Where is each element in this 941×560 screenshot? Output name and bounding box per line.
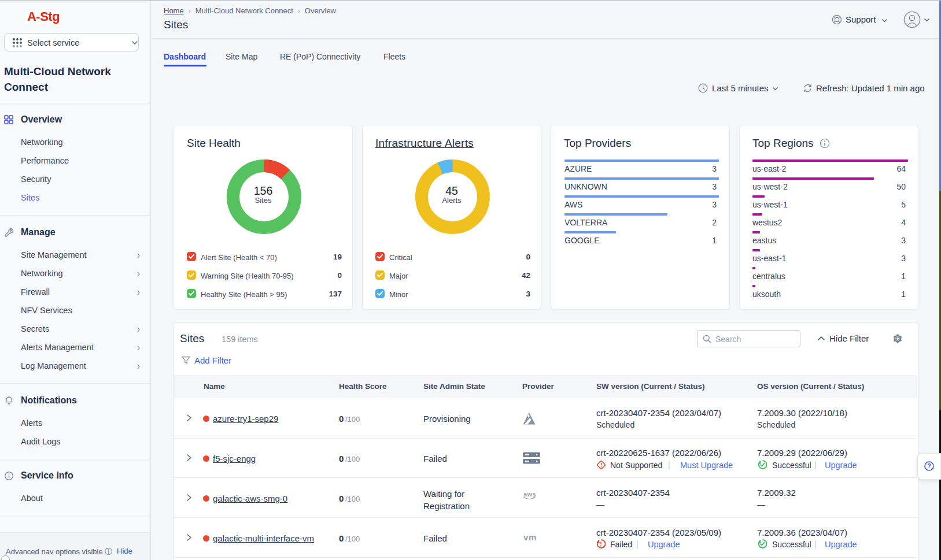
svg-text:?: ? (927, 462, 931, 469)
svg-text:aws: aws (523, 491, 536, 498)
